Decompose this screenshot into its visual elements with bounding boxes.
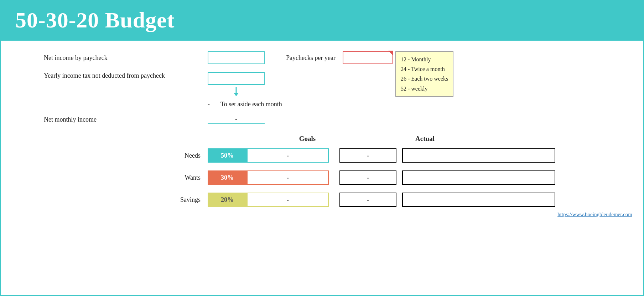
footer-link[interactable]: https://www.boeingbleudemer.com [557, 211, 632, 218]
arrow-down-icon [232, 87, 240, 97]
actual-header: Actual [389, 135, 461, 143]
set-aside-row: - To set aside each month [208, 101, 614, 108]
paychecks-wrapper: 12 - Monthly 24 - Twice a month 26 - Eac… [343, 51, 393, 64]
main-content: Net income by paycheck Paychecks per yea… [1, 41, 643, 222]
savings-label: Savings [44, 196, 208, 204]
wants-row: Wants 30% - - [44, 170, 614, 185]
paychecks-label: Paychecks per year [286, 54, 336, 62]
savings-actual-input[interactable]: - [339, 193, 396, 207]
set-aside-dash: - [208, 101, 210, 108]
savings-extra-input[interactable] [402, 193, 555, 207]
yearly-tax-input[interactable] [208, 72, 265, 85]
svg-marker-1 [234, 93, 239, 96]
net-monthly-label: Net monthly income [44, 116, 208, 123]
needs-label: Needs [44, 152, 208, 159]
dropdown-option-2[interactable]: 24 - Twice a month [401, 64, 448, 74]
wants-label: Wants [44, 174, 208, 182]
savings-row: Savings 20% - - [44, 193, 614, 207]
red-corner-indicator [388, 51, 393, 56]
header-banner: 50-30-20 Budget [1, 1, 643, 41]
dropdown-option-4[interactable]: 52 - weekly [401, 84, 448, 93]
net-income-input[interactable] [208, 51, 265, 64]
net-income-label: Net income by paycheck [44, 54, 208, 62]
page-title: 50-30-20 Budget [15, 7, 629, 33]
needs-goal-input[interactable]: - [247, 148, 329, 163]
savings-goal-input[interactable]: - [247, 193, 329, 207]
set-aside-text: To set aside each month [220, 101, 282, 108]
needs-extra-input[interactable] [402, 148, 555, 163]
yearly-tax-row: Yearly income tax not deducted from payc… [44, 72, 614, 98]
paychecks-input[interactable] [343, 51, 393, 64]
needs-actual-input[interactable]: - [339, 148, 396, 163]
page-wrapper: 50-30-20 Budget Net income by paycheck P… [0, 0, 644, 296]
net-monthly-row: Net monthly income - [44, 115, 614, 124]
yearly-tax-input-wrapper [208, 72, 265, 98]
goals-header: Goals [247, 135, 368, 143]
net-income-row: Net income by paycheck Paychecks per yea… [44, 51, 614, 64]
needs-row: Needs 50% - - [44, 148, 614, 163]
needs-percent: 50% [208, 148, 247, 163]
wants-percent: 30% [208, 170, 247, 185]
dropdown-option-3[interactable]: 26 - Each two weeks [401, 74, 448, 83]
wants-goal-input[interactable]: - [247, 170, 329, 185]
table-headers: Goals Actual [208, 135, 614, 143]
net-monthly-value: - [208, 115, 265, 124]
yearly-tax-label: Yearly income tax not deducted from payc… [44, 72, 208, 80]
wants-extra-input[interactable] [402, 170, 555, 185]
dropdown-option-1[interactable]: 12 - Monthly [401, 55, 448, 64]
savings-percent: 20% [208, 193, 247, 207]
wants-actual-input[interactable]: - [339, 170, 396, 185]
paychecks-dropdown-tooltip: 12 - Monthly 24 - Twice a month 26 - Eac… [395, 51, 453, 97]
